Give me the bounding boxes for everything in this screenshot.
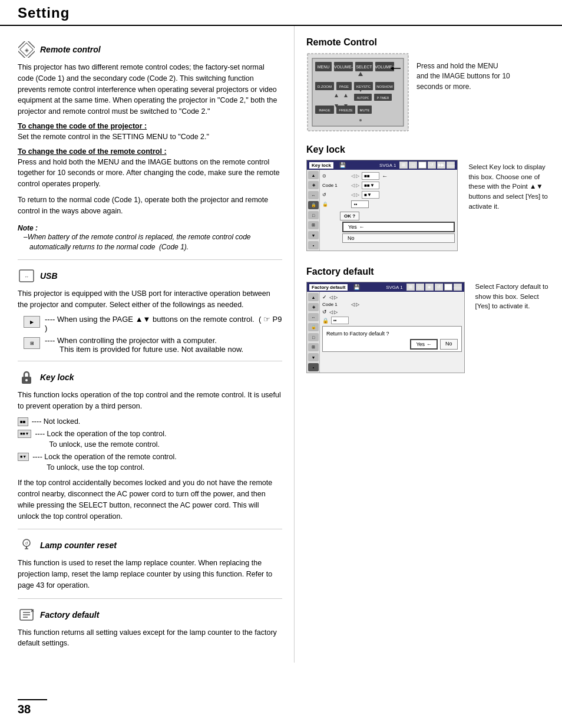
svg-text:↔: ↔ [24,274,29,279]
ks-8: ▪ [308,241,319,249]
ki-3: ◈ [418,162,427,169]
key-lock-row-4: 🔒 ▪▪ [322,200,455,208]
factory-default-menu: Factory default 💾 SVGA 1 ⊞ □ ◈ ↺ ▶▶ —— [306,282,465,373]
fi-1: ⊞ [406,284,415,291]
key-lock-menu-label: Key lock [309,162,333,169]
ok-options: Yes ← No [342,222,455,243]
usb-item-1: ▶ ---- When using the PAGE ▲▼ buttons on… [24,315,282,332]
usb-page-icon: ▶ [24,316,40,328]
ok-label: OK ? [340,212,359,220]
divider-2 [18,361,282,361]
key-lock-row-2: Code 1 ◁ ▷ ■■▼ [322,182,455,189]
key-lock-icon-3: ■▼ [18,453,29,461]
factory-default-body: This function returns all setting values… [18,627,282,650]
kr2-value: ■■▼ [362,182,379,189]
kr4-icon: 🔒 [322,202,349,207]
fs-6: ⊞ [308,343,319,351]
right-column: Remote Control MENU VOLUME- [295,26,562,663]
key-lock-item-2-text: ---- Lock the operation of the top contr… [35,429,282,450]
key-lock-icon [18,368,35,386]
remote-control-body4: To return to the normal code (Code 1), o… [18,195,282,217]
kr4-value: ▪▪ [351,200,369,208]
factory-default-icon [18,606,35,624]
key-lock-item-1-text: ---- Not locked. [32,417,282,427]
fs-4: 🔒 [308,323,319,331]
svg-text:MUTE: MUTE [360,108,370,112]
remote-control-note: Note : –When battery of the remote contr… [18,223,282,252]
lamp-icon: ↺ [18,536,35,554]
usb-pc-icon: ⊞ [24,337,40,349]
remote-control-title: Remote control [40,45,101,54]
svg-text:PAGE: PAGE [339,85,349,88]
kr1-icon: ⊙ [322,173,349,179]
fd-yes: Yes ← [410,339,438,350]
svg-text:P-TIMER: P-TIMER [377,96,389,100]
usb-icon: ↔ [18,267,35,285]
remote-svg: MENU VOLUME- SELECT VOLUME+ D.ZOOM [306,52,409,132]
lamp-counter-section-header: ↺ Lamp counter reset [18,536,282,554]
fd-no: No [440,339,458,350]
kr3-arrow: ◁ ▷ [351,192,359,197]
remote-control-heading2: To change the code of the remote control… [18,147,282,156]
svg-text:MENU: MENU [318,65,330,69]
key-lock-menu: Key lock 💾 SVGA 1 ⊞ □ ◈ ↺ ▶▶ —— [306,160,458,251]
divider-3 [18,529,282,529]
lamp-counter-title: Lamp counter reset [40,541,117,550]
fd-row-1: ✓ ◁ ▷ [322,294,462,300]
usb-title: USB [40,271,58,281]
fd-svga: SVGA 1 [386,285,402,290]
kr3-icon: ↺ [322,192,349,197]
page-header: Setting [0,0,562,26]
key-lock-main-area: ⊙ ◁ ▷ ■■ ← Code 1 ◁ ▷ ■■▼ [320,170,457,251]
fd-question: Return to Factory default ? [326,331,389,337]
key-lock-row-1: ⊙ ◁ ▷ ■■ ← [322,172,455,180]
ks-1: ▲ [308,171,319,179]
fd-row-3-icon: ↺ [322,309,327,315]
remote-diagram: MENU VOLUME- SELECT VOLUME+ D.ZOOM [306,52,409,134]
fd-row-1-icon: ✓ [322,294,327,300]
fd-yes-arrow: ← [427,341,432,347]
key-lock-item-3-text: ---- Lock the operation of the remote co… [32,452,282,473]
key-lock-side-note: Select Key lock to display this box. Cho… [468,162,550,211]
fd-disk-icon: 💾 [353,284,360,290]
fd-row-4: 🔒 ▪▪ [322,317,462,324]
factory-default-right-title: Factory default [306,266,550,277]
yes-label: Yes [348,224,357,230]
key-lock-diagram-wrapper: Key lock 💾 SVGA 1 ⊞ □ ◈ ↺ ▶▶ —— [306,160,550,255]
fd-sidebar: ▲ ◈ ↔ 🔒 □ ⊞ ▼ ▪ [307,292,320,373]
kr2-label: Code 1 [322,183,349,188]
remote-control-right-note: Press and hold the MENU and the IMAGE bu… [416,61,511,92]
factory-default-diagram-wrapper: Factory default 💾 SVGA 1 ⊞ □ ◈ ↺ ▶▶ —— [306,282,550,377]
fd-side-note: Select Factory default to show this box.… [475,282,550,311]
key-lock-item-3: ■▼ ---- Lock the operation of the remote… [18,452,282,473]
fi-4: ↺ [435,284,443,291]
left-column: ◈ Remote control This projector has two … [0,26,295,663]
remote-control-body1: This projector has two different remote … [18,62,282,117]
fd-menu-topbar: Factory default 💾 SVGA 1 ⊞ □ ◈ ↺ ▶▶ —— [307,282,464,292]
fi-6: —— [454,284,462,291]
key-lock-icon-1: ■■ [18,417,28,426]
divider-4 [18,598,282,599]
note-label: Note : [18,224,38,232]
key-lock-icon-2: ■■▼ [18,430,31,438]
svg-text:IMAGE: IMAGE [319,108,330,112]
fi-5: ▶▶ [444,284,452,291]
usb-section-header: ↔ USB [18,267,282,285]
svg-text:VOLUME-: VOLUME- [334,65,353,69]
yes-arrow: ← [359,224,365,230]
key-lock-disk-icon: 💾 [339,162,346,168]
key-lock-row-3: ↺ ◁ ▷ ■▼ [322,191,455,199]
remote-control-section-header: ◈ Remote control [18,41,282,58]
no-label: No [348,235,355,241]
key-lock-menu-body: ▲ ◈ ↔ 🔒 □ ⊞ ▼ ▪ [307,170,457,251]
usb-item-2-text: ---- When controlling the projector with… [45,336,243,354]
key-lock-item-1: ■■ ---- Not locked. [18,417,282,427]
fs-1: ▲ [308,293,319,301]
key-lock-title: Key lock [40,373,74,382]
ki-5: ▶▶ [437,162,445,169]
fd-question-box: Return to Factory default ? Yes ← No [322,326,462,352]
fd-row-2-arrow: ◁ ▷ [351,302,359,307]
ki-4: ↺ [428,162,436,169]
ks-3: ↔ [308,191,319,199]
page-content: ◈ Remote control This projector has two … [0,26,562,663]
